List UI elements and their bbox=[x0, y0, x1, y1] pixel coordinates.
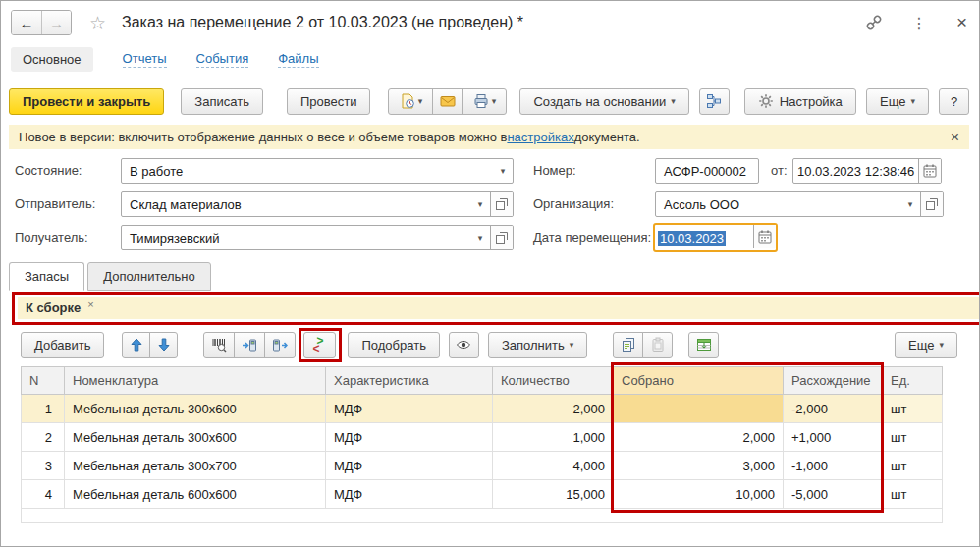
forward-button[interactable]: → bbox=[41, 11, 71, 34]
table-row[interactable]: 2 Мебельная деталь 300x600 МДФ 1,000 2,0… bbox=[22, 423, 943, 452]
filter-chip-to-assemble[interactable]: К сборке × bbox=[18, 297, 980, 319]
scanner-group bbox=[203, 332, 296, 358]
dropdown-icon[interactable]: ▾ bbox=[470, 226, 490, 249]
column-header-quantity: Количество bbox=[493, 367, 614, 395]
structure-icon bbox=[706, 93, 722, 109]
document-window: ← → ☆ Заказ на перемещение 2 от 10.03.20… bbox=[0, 0, 980, 547]
banner-settings-link[interactable]: настройках bbox=[507, 130, 573, 144]
add-row-button[interactable]: Добавить bbox=[21, 332, 104, 358]
column-header-n: N bbox=[22, 367, 65, 395]
document-clock-icon bbox=[400, 93, 415, 109]
copy-icon bbox=[621, 337, 636, 353]
open-item-icon[interactable] bbox=[490, 192, 513, 216]
main-toolbar: Провести и закрыть Записать Провести ▾ ▾… bbox=[9, 87, 969, 115]
sender-label: Отправитель: bbox=[15, 196, 95, 211]
nav-item-events[interactable]: События bbox=[196, 51, 249, 68]
info-banner: Новое в версии: включить отображение дан… bbox=[9, 125, 969, 149]
table-fill-settings-button[interactable] bbox=[688, 332, 719, 358]
move-down-button[interactable] bbox=[149, 332, 178, 358]
caret-down-icon: ▾ bbox=[492, 96, 497, 106]
organization-field[interactable]: Ассоль ООО ▾ bbox=[655, 191, 944, 217]
settings-button[interactable]: Настройка bbox=[744, 88, 856, 115]
paste-icon bbox=[650, 337, 666, 353]
view-button[interactable] bbox=[449, 332, 479, 358]
tab-additional[interactable]: Дополнительно bbox=[87, 262, 211, 291]
postpone-button[interactable]: ▾ bbox=[388, 88, 433, 115]
selected-date-text: 10.03.2023 bbox=[658, 231, 726, 246]
receiver-field[interactable]: Тимирязевский ▾ bbox=[121, 225, 514, 250]
printer-icon bbox=[473, 93, 489, 109]
table-row[interactable]: 4 Мебельная деталь 600x600 МДФ 15,000 10… bbox=[22, 480, 943, 509]
forward-icon: → bbox=[49, 15, 64, 31]
dropdown-icon[interactable]: ▾ bbox=[470, 192, 490, 216]
move-row-group bbox=[122, 332, 178, 358]
table-row[interactable]: 1 Мебельная деталь 300x600 МДФ 2,000 -2,… bbox=[22, 395, 943, 423]
nav-item-files[interactable]: Файлы bbox=[278, 51, 318, 68]
organization-label: Организация: bbox=[533, 196, 614, 211]
compare-icon: > < bbox=[316, 337, 323, 353]
send-print-group: ▾ ▾ bbox=[388, 88, 507, 115]
compare-button[interactable]: > < bbox=[303, 332, 336, 358]
table-header-row: N Номенклатура Характеристика Количество… bbox=[22, 367, 943, 395]
calendar-icon[interactable] bbox=[753, 225, 776, 248]
nav-panel: Основное Отчеты События Файлы bbox=[11, 46, 319, 72]
barcode-scan-icon bbox=[211, 337, 227, 353]
dropdown-icon[interactable]: ▾ bbox=[493, 159, 513, 183]
mail-button[interactable] bbox=[432, 88, 463, 115]
page-title: Заказ на перемещение 2 от 10.03.2023 (не… bbox=[122, 14, 837, 31]
barcode-scan-button[interactable] bbox=[203, 332, 235, 358]
titlebar: ← → ☆ Заказ на перемещение 2 от 10.03.20… bbox=[11, 7, 967, 38]
back-icon: ← bbox=[20, 15, 34, 31]
close-icon[interactable]: × bbox=[956, 12, 967, 33]
dropdown-icon[interactable]: ▾ bbox=[900, 192, 920, 216]
table-toolbar: Добавить > < П bbox=[21, 331, 957, 358]
copy-rows-button[interactable] bbox=[613, 332, 643, 358]
column-header-difference: Расхождение bbox=[784, 367, 883, 395]
kebab-menu-icon[interactable]: ⋮ bbox=[911, 14, 927, 32]
fill-button[interactable]: Заполнить ▾ bbox=[488, 332, 587, 358]
banner-text-after: документа. bbox=[574, 130, 640, 144]
help-button[interactable]: ? bbox=[939, 88, 969, 115]
history-nav-group: ← → bbox=[11, 10, 72, 35]
more-button[interactable]: Еще ▾ bbox=[866, 88, 929, 115]
get-link-icon[interactable] bbox=[866, 15, 882, 30]
column-header-characteristic: Характеристика bbox=[326, 367, 493, 395]
open-item-icon[interactable] bbox=[490, 226, 513, 249]
tab-stock[interactable]: Запасы bbox=[9, 262, 84, 291]
chip-close-icon[interactable]: × bbox=[87, 299, 93, 310]
terminal-download-button[interactable] bbox=[264, 332, 296, 358]
table-more-button[interactable]: Еще ▾ bbox=[895, 332, 957, 358]
print-button[interactable]: ▾ bbox=[462, 88, 507, 115]
date-field[interactable]: 10.03.2023 12:38:46 bbox=[792, 158, 942, 184]
column-header-collected: Собрано bbox=[614, 367, 784, 395]
arrow-up-icon bbox=[129, 337, 144, 353]
number-field[interactable]: АСФР-000002 bbox=[655, 158, 759, 184]
move-up-button[interactable] bbox=[122, 332, 150, 358]
nav-item-main[interactable]: Основное bbox=[11, 47, 93, 72]
caret-down-icon: ▾ bbox=[671, 96, 676, 106]
banner-close-icon[interactable]: × bbox=[951, 129, 959, 146]
terminal-upload-button[interactable] bbox=[234, 332, 265, 358]
move-date-label: Дата перемещения: bbox=[533, 230, 651, 245]
favorite-star-icon[interactable]: ☆ bbox=[89, 12, 106, 34]
calendar-icon[interactable] bbox=[918, 159, 941, 183]
items-table: N Номенклатура Характеристика Количество… bbox=[21, 366, 943, 523]
post-button[interactable]: Провести bbox=[287, 88, 371, 115]
move-date-field[interactable]: 10.03.2023 bbox=[653, 223, 778, 252]
related-documents-button[interactable] bbox=[699, 88, 730, 115]
envelope-icon bbox=[440, 93, 456, 109]
table-row[interactable]: 3 Мебельная деталь 300x700 МДФ 4,000 3,0… bbox=[22, 452, 943, 480]
paste-rows-button[interactable] bbox=[642, 332, 673, 358]
save-button[interactable]: Записать bbox=[181, 88, 263, 115]
create-based-on-button[interactable]: Создать на основании ▾ bbox=[519, 88, 688, 115]
sender-field[interactable]: Склад материалов ▾ bbox=[121, 191, 514, 217]
clipboard-group bbox=[613, 332, 673, 358]
banner-text: Новое в версии: включить отображение дан… bbox=[19, 130, 507, 144]
state-field[interactable]: В работе ▾ bbox=[121, 158, 514, 184]
terminal-upload-icon bbox=[242, 337, 257, 353]
open-item-icon[interactable] bbox=[920, 192, 943, 216]
pick-items-button[interactable]: Подобрать bbox=[348, 332, 439, 358]
post-and-close-button[interactable]: Провести и закрыть bbox=[9, 88, 164, 115]
back-button[interactable]: ← bbox=[12, 11, 41, 34]
nav-item-reports[interactable]: Отчеты bbox=[123, 51, 167, 68]
